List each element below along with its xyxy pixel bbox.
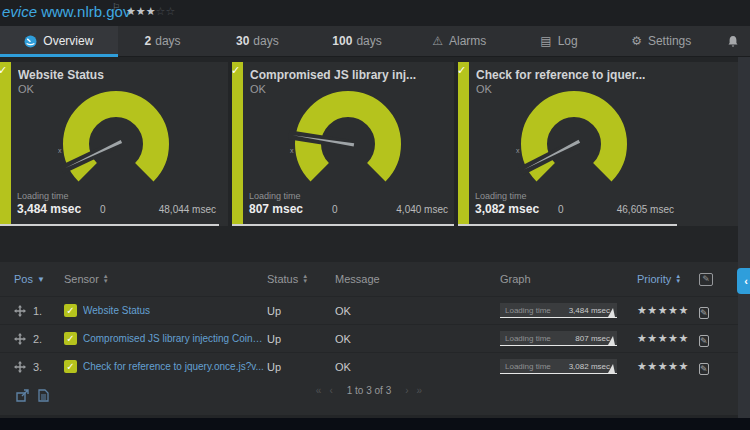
log-list-icon: ▤ [540,35,551,47]
sort-desc-icon: ▼ [37,275,45,284]
tab-log-label: Log [558,34,578,48]
sensor-link[interactable]: Check for reference to jquery.once.js?v.… [83,361,264,372]
overview-gauge-icon [24,35,37,48]
row-status: Up [267,333,335,345]
panel-title: Compromised JS library inj... [250,68,416,83]
gauge-tick-label: x [290,147,294,154]
row-message: OK [335,333,500,345]
row-pos: 2. [33,333,42,345]
edit-row-icon[interactable]: ✎ [699,363,709,375]
sort-icon: ▲▼ [103,274,109,284]
column-header-status[interactable]: Status▲▼ [267,273,335,285]
gauge-panel-website-status[interactable]: ✓ Website Status OK x Loading time 3,484… [0,62,228,226]
column-header-sensor[interactable]: Sensor▲▼ [64,273,267,285]
tab-2-days-label: days [155,34,180,48]
pagination: «‹1 to 3 of 3›» [0,385,738,396]
metric-label: Loading time [475,191,539,202]
row-pos: 1. [33,305,42,317]
device-title-prefix: evice [2,3,37,20]
gauge: x [469,88,680,188]
tab-overview-label: Overview [43,34,93,48]
tab-overview[interactable]: Overview [0,26,118,56]
rating-stars-empty: ☆☆ [156,5,176,17]
sort-icon: ▲▼ [302,274,308,284]
panel-title: Website Status [18,68,104,83]
row-status: Up [267,305,335,317]
check-icon: ✓ [457,64,466,77]
flag-icon[interactable]: ⚐ [112,2,120,12]
pagination-first[interactable]: « [316,385,322,396]
mini-graph-spike [608,308,615,317]
tab-30-days-label: days [253,34,278,48]
metric-value: 807 msec [249,202,303,216]
table-row: 2. ✓ Compromised JS library injecting Co… [0,324,738,352]
table-row: 3. ✓ Check for reference to jquery.once.… [0,352,738,380]
tab-30-days[interactable]: 30days [207,26,307,56]
check-icon: ✓ [231,64,240,77]
panel-title: Check for reference to jquer... [476,68,645,83]
metric-label: Loading time [249,191,303,202]
tabbar: Overview 2days 30days 100days ⚠Alarms ▤L… [0,26,750,57]
mini-graph[interactable]: Loading time 3,484 msec [500,303,617,318]
sensor-link[interactable]: Website Status [83,305,150,316]
edit-row-icon[interactable]: ✎ [699,335,709,347]
tab-alarms[interactable]: ⚠Alarms [407,26,512,56]
column-header-pos[interactable]: Pos▼ [14,273,64,285]
tab-2-days-num: 2 [145,34,152,48]
sensor-ok-check-icon: ✓ [64,360,77,373]
gauge-scale-min: 0 [100,204,106,215]
table-row: 1. ✓ Website Status Up OK Loading time 3… [0,296,738,324]
rating-stars-filled: ★★★ [126,5,156,17]
tab-log[interactable]: ▤Log [512,26,607,56]
gauge-scale-max: 46,605 msec [617,204,674,215]
tab-30-days-num: 30 [236,34,249,48]
pagination-prev[interactable]: ‹ [329,385,332,396]
mini-graph-spike [608,336,615,345]
side-panel-toggle[interactable]: ‹ [737,268,750,294]
move-handle-icon[interactable] [14,305,26,317]
alarms-warning-icon: ⚠ [432,35,443,47]
gauge-panel-compromised-js[interactable]: ✓ Compromised JS library inj... OK x Loa… [232,62,454,226]
move-handle-icon[interactable] [14,361,26,373]
tab-100-days-num: 100 [332,34,352,48]
move-handle-icon[interactable] [14,333,26,345]
pagination-next[interactable]: › [405,385,408,396]
mini-graph-label: Loading time [505,306,551,315]
tab-100-days[interactable]: 100days [307,26,407,56]
tab-2-days[interactable]: 2days [118,26,208,56]
sensor-link[interactable]: Compromised JS library injecting Coinh..… [83,333,265,344]
mini-graph-label: Loading time [505,362,551,371]
prtg-device-dashboard: evice www.nlrb.gov ⚐ ★★★☆☆ Overview 2day… [0,0,750,430]
mini-graph[interactable]: Loading time 807 msec [500,331,617,346]
table-header-row: Pos▼ Sensor▲▼ Status▲▼ Message Graph Pri… [0,262,738,296]
mini-graph-label: Loading time [505,334,551,343]
mini-graph[interactable]: Loading time 3,082 msec [500,359,617,374]
gauge-panel-jquery-check[interactable]: ✓ Check for reference to jquer... OK x L… [458,62,738,226]
notifications-button[interactable] [716,26,750,56]
device-priority-rating[interactable]: ★★★☆☆ [126,5,175,18]
priority-stars[interactable]: ★★★★★ [637,332,699,345]
gauge-scale-max: 48,044 msec [159,204,216,215]
edit-row-icon[interactable]: ✎ [699,307,709,319]
tab-settings-label: Settings [648,34,691,48]
mini-graph-value: 3,082 msec [569,362,610,371]
row-message: OK [335,305,500,317]
priority-stars[interactable]: ★★★★★ [637,304,699,317]
panel-underline [0,224,219,226]
bell-icon [727,35,739,48]
gauge-scale-max: 4,040 msec [396,204,448,215]
scrollbar[interactable] [738,57,750,418]
metric-value: 3,082 msec [475,202,539,216]
edit-columns-icon[interactable]: ✎ [699,273,713,286]
metric-label: Loading time [17,191,81,202]
gauge-scale-min: 0 [558,204,564,215]
priority-stars[interactable]: ★★★★★ [637,360,699,373]
metric-value: 3,484 msec [17,202,81,216]
column-header-message[interactable]: Message [335,273,500,285]
tab-alarms-label: Alarms [449,34,486,48]
column-header-graph[interactable]: Graph [500,273,637,285]
tab-settings[interactable]: ⚙Settings [606,26,716,56]
column-header-priority[interactable]: Priority▲▼ [637,273,699,285]
pagination-last[interactable]: » [417,385,423,396]
gauge: x [11,88,222,188]
